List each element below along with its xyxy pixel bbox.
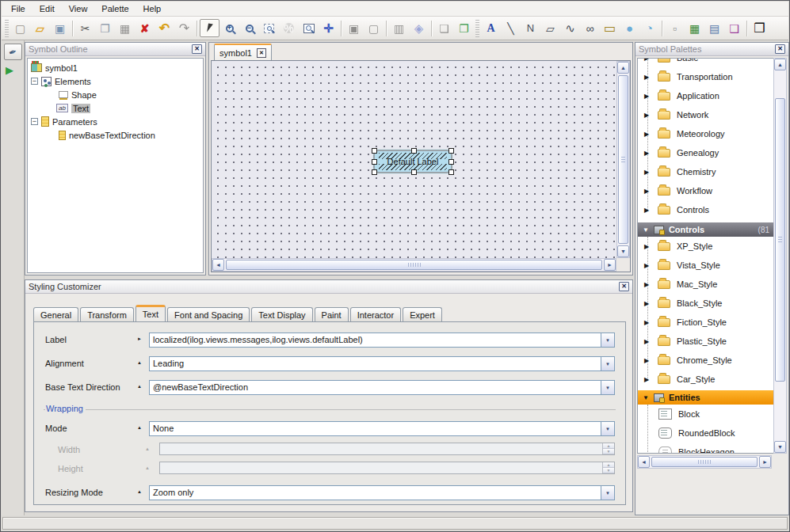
expand-arrow-icon[interactable]: ▶ [644,300,651,307]
dropdown-arrow-icon[interactable]: ▼ [601,357,614,370]
scrollbar-thumb[interactable] [651,457,758,467]
expand-arrow-icon[interactable]: ▶ [644,150,651,157]
close-icon[interactable]: ✕ [619,282,629,291]
open-button[interactable]: ▱ [30,19,50,37]
toolbar-grip[interactable] [475,20,479,37]
palette-item-workflow[interactable]: ▶Workflow [638,181,774,200]
palette-item-controls[interactable]: ▶Controls [638,200,774,219]
styling-customizer-toggle-button[interactable]: ✒ [4,44,22,60]
undo-button[interactable]: ↶ [155,19,174,37]
palette-item-basic[interactable]: ▶Basic [638,58,774,67]
palette-item-application[interactable]: ▶Application [638,86,774,105]
zoom-area-button[interactable] [259,19,279,37]
tab-expert[interactable]: Expert [403,307,442,321]
controls-section-header[interactable]: ▼ Controls (81 [638,222,774,237]
guides-button[interactable]: ▥ [389,19,409,37]
dropdown-arrow-icon[interactable]: ▼ [601,381,614,394]
tab-transform[interactable]: Transform [80,307,134,321]
tab-interactor[interactable]: Interactor [350,307,401,321]
zoom-in-button[interactable]: + [219,19,239,37]
menu-file[interactable]: File [5,2,32,15]
save-button[interactable]: ▣ [50,19,70,37]
palette-item-transportation[interactable]: ▶Transportation [638,67,774,86]
dropdown-arrow-icon[interactable]: ▼ [601,422,614,435]
expand-arrow-icon[interactable]: ▶ [644,93,651,100]
collapse-expander-icon[interactable]: − [31,118,38,125]
composite-button[interactable]: ❒ [750,19,769,37]
tree-node-elements[interactable]: − Elements [28,74,203,88]
tab-font-and-spacing[interactable]: Font and Spacing [167,307,250,321]
expand-arrow-icon[interactable]: ▶ [644,188,651,195]
scroll-up-icon[interactable]: ▲ [617,62,629,74]
tree-node-shape[interactable]: Shape [28,88,203,101]
insert-layers-button[interactable]: ▤ [704,19,724,37]
ellipse-tool-button[interactable]: ● [620,19,639,37]
palette-item-xp-style[interactable]: ▶XP_Style [638,237,774,256]
scroll-left-icon[interactable]: ◄ [212,259,224,271]
palette-item-chemistry[interactable]: ▶Chemistry [638,162,774,181]
close-icon[interactable]: ✕ [257,48,266,58]
priority-arrow-icon[interactable]: ► [137,336,142,341]
rectangle-tool-button[interactable]: ▭ [600,19,620,37]
scroll-down-icon[interactable]: ▼ [774,441,786,453]
palette-item-blockhexagon[interactable]: BlockHexagon [638,443,774,454]
annotation-button[interactable]: ❑ [724,19,744,37]
resizing-mode-combobox[interactable]: Zoom only ▼ [149,485,615,500]
copy-button[interactable]: ❐ [95,19,115,37]
zoom-out-button[interactable]: − [239,19,259,37]
new-document-button[interactable]: ▢ [10,19,30,37]
menu-palette[interactable]: Palette [95,2,135,15]
scroll-right-icon[interactable]: ► [759,456,771,468]
dropdown-arrow-icon[interactable]: ▼ [601,486,614,500]
palette-item-plastic-style[interactable]: ▶Plastic_Style [638,332,774,351]
design-canvas[interactable]: Default Label [212,61,616,258]
selection-handle[interactable] [372,169,377,175]
collapse-arrow-icon[interactable]: ▼ [643,394,649,401]
menu-edit[interactable]: Edit [33,2,61,15]
expand-arrow-icon[interactable]: ▶ [644,169,651,176]
text-tool-button[interactable]: A [481,19,501,37]
tree-node-text[interactable]: ab Text [28,101,203,115]
label-combobox[interactable]: localized(ilog.views.messages,ilog.views… [149,332,615,348]
expand-arrow-icon[interactable]: ▶ [644,58,651,62]
priority-arrow-icon[interactable]: ▲ [137,425,142,430]
fit-to-view-button[interactable] [299,19,319,37]
tab-text-display[interactable]: Text Display [251,307,312,321]
expand-arrow-icon[interactable]: ▶ [644,319,651,326]
entities-section-header[interactable]: ▼ Entities [638,390,774,405]
scroll-up-icon[interactable]: ▲ [774,59,786,70]
arc-tool-button[interactable]: ◔ [639,19,659,37]
selection-handle[interactable] [372,148,377,154]
expand-arrow-icon[interactable]: ▶ [644,207,651,214]
dropdown-arrow-icon[interactable]: ▼ [601,333,614,347]
bring-to-front-button[interactable]: ❏ [434,19,454,37]
palette-item-black-style[interactable]: ▶Black_Style [638,294,774,313]
close-icon[interactable]: ✕ [775,44,785,54]
point-tool-button[interactable]: ▫ [665,19,685,37]
scroll-down-icon[interactable]: ▼ [617,245,629,257]
priority-arrow-icon[interactable]: ▲ [137,384,142,389]
polygon-tool-button[interactable]: ▱ [540,19,560,37]
wizard-button[interactable]: ◈ [409,19,429,37]
line-tool-button[interactable]: ╲ [501,19,521,37]
menu-help[interactable]: Help [137,2,168,15]
palette-item-roundedblock[interactable]: RoundedBlock [638,424,774,443]
alignment-combobox[interactable]: Leading ▼ [149,356,615,371]
insert-image-button[interactable]: ▦ [685,19,704,37]
selection-handle[interactable] [372,159,377,165]
scrollbar-thumb[interactable] [226,260,602,270]
tab-paint[interactable]: Paint [315,307,349,321]
selection-handle[interactable] [411,169,417,175]
menu-view[interactable]: View [63,2,94,15]
tab-general[interactable]: General [33,307,78,321]
scroll-right-icon[interactable]: ► [604,259,616,271]
scroll-left-icon[interactable]: ◄ [638,456,650,468]
tree-node-parameters[interactable]: − Parameters [28,115,203,128]
expand-arrow-icon[interactable]: ▶ [644,112,651,119]
selection-handle[interactable] [411,148,417,154]
selection-handle[interactable] [448,159,454,165]
ungroup-button[interactable]: ▢ [364,19,384,37]
palette-item-mac-style[interactable]: ▶Mac_Style [638,275,774,294]
expand-arrow-icon[interactable]: ▶ [644,262,651,269]
expand-arrow-icon[interactable]: ▶ [644,243,651,250]
